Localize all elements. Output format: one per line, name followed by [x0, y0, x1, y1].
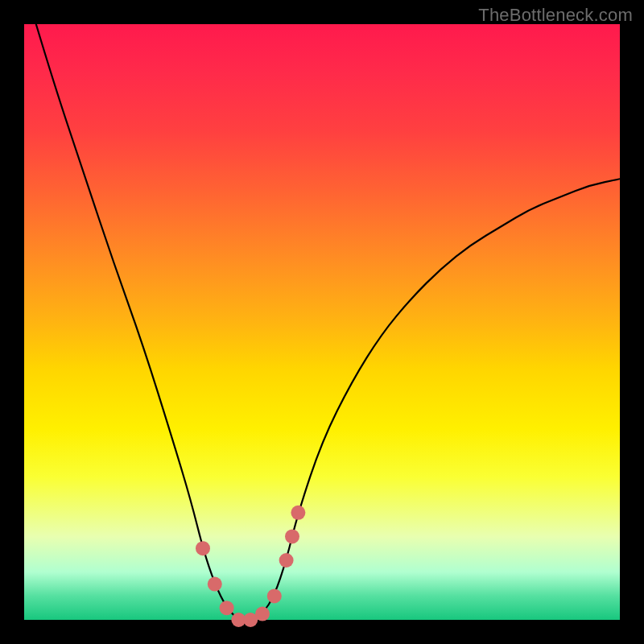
outer-frame: TheBottleneck.com	[0, 0, 644, 644]
watermark-text: TheBottleneck.com	[478, 5, 633, 26]
highlight-marker	[291, 506, 305, 520]
chart-canvas	[24, 24, 620, 620]
highlight-marker	[196, 541, 210, 555]
bottleneck-curve	[36, 24, 620, 620]
highlight-marker	[267, 588, 282, 603]
highlight-marker	[220, 601, 234, 615]
highlight-marker	[279, 553, 294, 568]
highlight-marker	[208, 577, 222, 592]
marker-group	[196, 506, 305, 627]
highlight-marker	[285, 529, 299, 543]
curve-group	[36, 24, 620, 620]
plot-area	[24, 24, 620, 620]
highlight-marker	[255, 607, 270, 621]
